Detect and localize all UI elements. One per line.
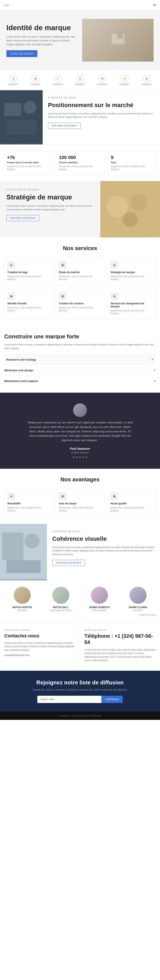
stat-label-3: Pays (111, 161, 153, 164)
icon-3: ✓ (54, 75, 62, 82)
advantage-desc-1: Sample text. Click to select the Text El… (8, 506, 49, 512)
testimonial-quote: "Neque porro quisquam est, qui dolores e… (27, 420, 133, 443)
team-card-3: JENNIE ROBERTS Vice-présidente (81, 587, 117, 611)
service-card-1: ◈ Création de logo Sample text. Click to… (4, 257, 53, 285)
icon-label-6: CONTACT (119, 83, 130, 86)
newsletter-email-input[interactable] (37, 696, 101, 703)
dot-2[interactable] (76, 457, 78, 458)
svg-point-14 (25, 533, 40, 549)
service-name-2: Étude de marché (59, 271, 101, 274)
contact-left-label: CONTACTEZ-NOUS (4, 629, 76, 632)
icon-6: ⚡ (121, 75, 128, 82)
svg-rect-12 (2, 533, 24, 560)
stat-number-1: +7k (7, 155, 49, 160)
team-role-4: Secrétaire (120, 609, 156, 611)
dot-1[interactable] (73, 457, 75, 458)
strategy-image (100, 181, 160, 237)
contact-left: CONTACTEZ-NOUS Contactez-nous Lorem ipsu… (0, 623, 80, 671)
positioning-cta-button[interactable]: EXPLOREZ LES DÉTAILS (48, 123, 81, 129)
accordion-label-3: Maintenance and support (4, 379, 38, 383)
accordion-item-2[interactable]: Wireframe and design + (4, 365, 156, 375)
icon-7: ⊞ (143, 75, 150, 82)
menu-icon[interactable]: ≡ (153, 3, 156, 8)
icon-label-5: CONTACT (97, 83, 107, 86)
stat-desc-2: Sample text. Click to select the Text El… (59, 165, 101, 171)
strategy-title: Stratégie de marque (6, 193, 94, 201)
team-name-2: MATTIE BALL (43, 606, 79, 609)
advantage-card-2: ◉ Gain de temps Sample text. Click to se… (56, 488, 104, 516)
icon-item-7[interactable]: ⊞ CONTACT (142, 75, 152, 86)
testimonial-section: "Neque porro quisquam est, qui dolores e… (0, 393, 160, 469)
hero-title: Identité de marque (6, 23, 78, 32)
accordion-section: Construire une marque forte Lorem ipsum … (0, 327, 160, 393)
icon-item-4[interactable]: ◎ CONTACT (75, 75, 85, 86)
accordion-label-1: Research and strategy (6, 358, 36, 361)
coherence-label: À PROPOS DE NOUS (52, 530, 155, 533)
footer-text: Complete le . Click to select the Text E… (58, 714, 101, 717)
coherence-description: Lorem ipsum dolor sit amet, consectetur … (52, 546, 155, 556)
positioning-image (0, 90, 43, 145)
service-desc-4: Sample text. Click to select the Text El… (8, 306, 49, 312)
stat-card-1: +7k Projets dans le monde entier Sample … (4, 151, 52, 175)
service-icon-4: ◆ (8, 292, 15, 300)
hero-section: Identité de marque Lorem ipsum dolor sit… (0, 10, 160, 70)
stat-number-2: 100 000 (59, 155, 101, 160)
advantages-grid: ◈ Rentabilité Sample text. Click to sele… (4, 488, 156, 516)
dot-5[interactable] (85, 457, 87, 458)
team-credit: Image de Freepik (4, 614, 156, 616)
advantage-icon-2: ◉ (59, 492, 67, 500)
icon-2: ⊞ (32, 75, 39, 82)
newsletter-subscribe-button[interactable]: S'ABONNER (101, 696, 123, 703)
icon-label-2: CONTACT (30, 83, 41, 86)
icons-row: ⊙ CONTACT ⊞ CONTACT ✓ CONTACT ◎ CONTACT … (0, 70, 160, 90)
team-avatar-4 (130, 587, 147, 604)
contact-title: Contactez-nous (4, 633, 76, 639)
service-desc-5: Sample text. Click to select the Text El… (59, 306, 101, 312)
icon-item-2[interactable]: ⊞ CONTACT (30, 75, 41, 86)
accordion-close-icon[interactable]: × (151, 357, 154, 362)
accordion-label-2: Wireframe and design (4, 369, 33, 372)
contact-email[interactable]: example@example.com (4, 654, 76, 656)
service-icon-5: ◉ (59, 292, 67, 300)
positioning-text: À PROPOS DE NOUS Positionnement sur le m… (43, 90, 160, 145)
contact-right-label: APPELEZ-NOUS (84, 629, 156, 632)
icon-item-5[interactable]: ⊟ CONTACT (97, 75, 107, 86)
team-name-4: JENNIE CLARKE (120, 606, 156, 609)
dot-3[interactable] (79, 457, 81, 458)
positioning-title: Positionnement sur le marché (48, 102, 155, 109)
services-title: Nos services (4, 245, 156, 251)
icon-5: ⊟ (98, 75, 106, 82)
service-desc-2: Sample text. Click to select the Text El… (59, 275, 101, 281)
team-section: BERTIE NORTON Secrétaire MATTIE BALL Res… (0, 580, 160, 622)
strategy-description: Lorem ipsum dolor sit amet, consectetur … (6, 204, 94, 211)
coherence-text: À PROPOS DE NOUS Cohérence visuelle Lore… (47, 524, 160, 580)
advantages-title: Nos avantages (4, 476, 156, 483)
advantage-desc-2: Sample text. Click to select the Text El… (59, 506, 101, 512)
dot-4[interactable] (82, 457, 84, 458)
svg-point-8 (107, 196, 128, 217)
positioning-description: Lorem ipsum dolor sit amet, consectetur … (48, 112, 155, 119)
icon-1: ⊙ (10, 75, 17, 82)
service-card-4: ◆ Identité visuelle Sample text. Click t… (4, 288, 53, 319)
strategy-cta-button[interactable]: EXPLOREZ LES DÉTAILS (6, 215, 39, 221)
coherence-cta-button[interactable]: EXPLOREZ LES DÉTAILS (52, 560, 85, 566)
accordion-add-icon-2[interactable]: + (154, 368, 156, 372)
stat-label-2: Clients satisfaits (59, 161, 101, 164)
logo: logo (4, 4, 9, 6)
hero-cta-button[interactable]: VOYEZ LES DÉTAILS (6, 50, 37, 57)
testimonial-avatar (73, 403, 87, 417)
testimonial-name: Paul Swanson (6, 447, 154, 450)
svg-rect-13 (6, 560, 41, 573)
svg-rect-3 (0, 90, 43, 144)
stat-card-2: 100 000 Clients satisfaits Sample text. … (56, 151, 104, 175)
icon-item-6[interactable]: ⚡ CONTACT (119, 75, 130, 86)
header: logo ≡ (0, 0, 160, 10)
accordion-add-icon-3[interactable]: + (154, 379, 156, 383)
icon-item-3[interactable]: ✓ CONTACT (53, 75, 63, 86)
service-icon-3: ◈ (111, 261, 118, 269)
accordion-item-3[interactable]: Maintenance and support + (4, 375, 156, 386)
icon-item-1[interactable]: ⊙ CONTACT (8, 75, 18, 86)
svg-rect-5 (6, 120, 36, 135)
accordion-item-1[interactable]: Research and strategy × (4, 354, 156, 365)
service-name-6: Services de changement de marque (111, 302, 152, 308)
